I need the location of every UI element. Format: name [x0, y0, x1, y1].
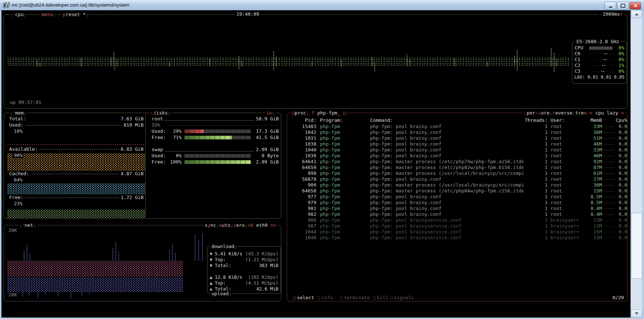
process-row[interactable]: 1044php-fpmphp-fpm: pool brainyservice.c… [287, 229, 627, 235]
cpu-core-panel: E5-2680┌2.8 GHz CPU0% C00% C10% C21% C30… [572, 41, 627, 84]
interval-increase-button[interactable]: + [620, 11, 623, 17]
process-row[interactable]: 1046php-fpmphp-fpm: pool brainyservice.c… [287, 235, 627, 241]
app-icon[interactable] [3, 2, 10, 8]
net-scale-bottom: 28K [8, 292, 18, 298]
process-row[interactable]: 1031php-fpmphp-fpm: pool brainy.conf1roo… [287, 135, 627, 141]
graph-spike [23, 251, 25, 261]
minimize-icon [609, 7, 612, 8]
disk-root-row: root58.9 GiB [152, 116, 279, 122]
net-box: ┐³net┌ sync┌ auto┌ zero┌ <b eth0 n> 28K … [4, 225, 281, 301]
scrollbar-thumb[interactable] [631, 213, 642, 279]
maximize-button[interactable] [617, 2, 629, 10]
sort-next-button[interactable]: > [621, 110, 624, 116]
bracket: ┌ [306, 110, 309, 116]
proc-box: □proc┌ f php-fpm_ □ ┐per-core┌ reverse┌ … [287, 113, 628, 301]
graph-spike [516, 67, 518, 71]
bracket: ┐ [10, 12, 13, 18]
process-row[interactable]: 15483php-fpmphp-fpm: pool brainy.conf1ro… [287, 124, 627, 130]
bracket: ┌ [230, 222, 233, 228]
process-row[interactable]: 977php-fpmphp-fpm: pool brainy.conf1root… [287, 194, 627, 200]
close-button[interactable] [629, 2, 641, 10]
process-cpu-graph [603, 185, 614, 186]
interval-value: 2000ms [603, 11, 620, 17]
download-total-row: ▼Total:363 MiB [210, 263, 278, 269]
process-row[interactable]: 56878php-fpmphp-fpm: pool brainy.conf1ro… [287, 176, 627, 182]
select-button[interactable]: □select □ [292, 295, 302, 301]
process-row[interactable]: 987php-fpmphp-fpm: pool brainyservice.co… [287, 223, 627, 229]
uptime-label: up 00:57:01 [10, 100, 41, 105]
cpu-box-title: ┐¹cpu┌ [9, 11, 28, 18]
zero-button[interactable]: zero [233, 222, 245, 228]
mem-box: ┐²mem┌ ┐disks┌ io┐ Total:7.63 GiB Used:8… [4, 113, 281, 219]
process-row[interactable]: 1038php-fpmphp-fpm: pool brainy.conf1roo… [287, 141, 627, 147]
reverse-button[interactable]: reverse [552, 110, 572, 116]
bracket: ┌ [53, 12, 56, 18]
terminate-button[interactable]: □terminate [339, 295, 344, 301]
process-row[interactable]: 981php-fpmphp-fpm: pool brainy.conf1root… [287, 206, 627, 211]
graph-spike [516, 50, 518, 67]
core-meter [588, 53, 614, 55]
process-row[interactable]: 986php-fpmphp-fpm: pool brainyservice.co… [287, 217, 627, 223]
process-row[interactable]: 1040php-fpmphp-fpm: pool brainy.conf1roo… [287, 147, 627, 153]
graph-spike [171, 244, 174, 261]
auto-button[interactable]: auto [219, 222, 230, 228]
bracket: ┌ [235, 244, 237, 249]
minimize-button[interactable] [605, 2, 616, 10]
graph-spike [550, 48, 552, 67]
kill-button[interactable]: □kill [372, 295, 377, 301]
graph-spike [374, 62, 376, 67]
scroll-up-button[interactable] [631, 10, 642, 18]
signals-button[interactable]: □signals [389, 295, 394, 301]
menu-button[interactable]: menu┌ [41, 11, 57, 18]
graph-spike [409, 60, 411, 67]
per-core-button[interactable]: per-core [527, 110, 550, 116]
process-row[interactable]: 979php-fpmphp-fpm: pool brainy.conf1root… [287, 200, 627, 206]
graph-spike [110, 57, 112, 67]
sync-button[interactable]: sync [205, 222, 216, 228]
process-cpu-graph [603, 132, 614, 133]
selection-counter: 0/20 [611, 295, 625, 301]
process-row[interactable]: 1042php-fpmphp-fpm: pool brainy.conf1roo… [287, 130, 627, 135]
graph-spike [168, 62, 171, 67]
disk-swap-row: swap2.99 GiB [152, 147, 279, 153]
scrollbar[interactable] [630, 10, 642, 318]
process-row[interactable]: 64658php-fpmphp-fpm: master process (/et… [287, 188, 627, 194]
iface-next-button[interactable]: n> [270, 222, 276, 228]
tree-button[interactable]: tree [575, 110, 587, 116]
process-row[interactable]: 898php-fpmphp-fpm: master process (/usr/… [287, 170, 627, 176]
scroll-down-button[interactable] [631, 309, 642, 318]
mem-cached-row: Cached:4.87 GiB [9, 171, 144, 177]
upload-title: upload┌ [210, 290, 233, 297]
process-cpu-graph [603, 126, 614, 127]
bracket: ┌ [24, 110, 27, 116]
disk-root-free-row: Free:71%41.5 GiB [152, 135, 279, 140]
graph-spike [80, 58, 82, 67]
process-cpu-graph [603, 161, 614, 162]
bracket: ┌ [549, 110, 552, 116]
graph-spike [371, 57, 373, 67]
disk-root-io-row: IO% [152, 122, 279, 128]
sort-prev-button[interactable]: < [590, 110, 592, 116]
core-row-c1: C10% [572, 57, 626, 63]
arrow-up-icon [635, 13, 639, 15]
graph-spike [311, 61, 313, 67]
info-button[interactable]: □info [316, 295, 321, 301]
iface-prev-button[interactable]: <b [248, 222, 254, 228]
process-row[interactable]: 1030php-fpmphp-fpm: pool brainy.conf1roo… [287, 153, 627, 159]
proc-filter-input[interactable]: f php-fpm_ □ [310, 110, 347, 116]
graph-spike [273, 67, 275, 70]
close-icon [633, 4, 637, 8]
bracket: ┐ [524, 110, 527, 116]
io-button[interactable]: io┐ [265, 110, 276, 116]
mem-used-graph [7, 144, 145, 145]
process-row[interactable]: 64641php-fpmphp-fpm: master process (/et… [287, 159, 627, 165]
process-row[interactable]: 900php-fpmphp-fpm: master process (/usr/… [287, 182, 627, 188]
mem-available-row: Available:6.83 GiB [9, 146, 144, 152]
process-row[interactable]: 982php-fpmphp-fpm: pool brainy.conf1root… [287, 211, 627, 217]
graph-spike [209, 59, 211, 67]
graph-spike [486, 61, 488, 67]
process-row[interactable]: 64650php-fpmphp-fpm: master process (/et… [287, 165, 627, 170]
preset-button[interactable]: preset *┌ [62, 11, 89, 18]
title-bar[interactable]: mc [root@ub24.itdeveloper.com.ua]:/lib/s… [0, 0, 644, 11]
graph-spike [70, 292, 72, 299]
